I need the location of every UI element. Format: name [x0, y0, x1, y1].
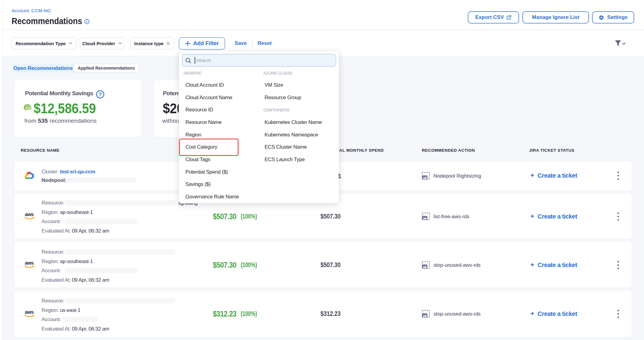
svg-text:?: ?	[99, 92, 102, 97]
